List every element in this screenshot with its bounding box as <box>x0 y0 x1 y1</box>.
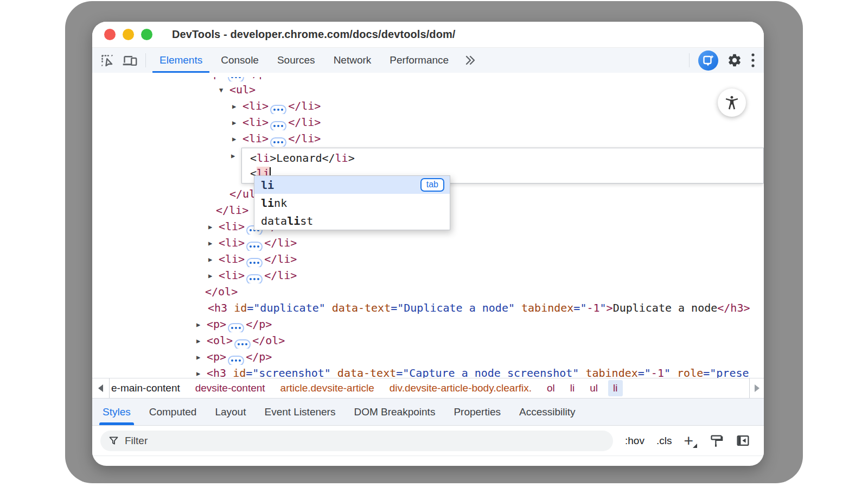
chevron-right-icon <box>755 384 760 392</box>
more-tabs-button[interactable] <box>458 54 482 66</box>
expand-children-ellipsis-button[interactable] <box>270 105 286 115</box>
attribute-name-token: id <box>234 301 247 314</box>
close-window-button[interactable] <box>104 29 116 40</box>
dom-tree-row[interactable]: ▶<li></li> <box>92 114 764 130</box>
expand-children-ellipsis-button[interactable] <box>228 323 244 333</box>
expand-arrow-icon[interactable]: ▶ <box>196 317 207 332</box>
dock-sidebar-icon[interactable] <box>736 433 750 448</box>
attribute-name-token: id <box>233 366 246 378</box>
text-token <box>226 366 233 378</box>
attribute-value-token: " <box>664 366 671 378</box>
dom-tree-row[interactable]: ▶<h3 id="screenshot" data-text="Capture … <box>92 365 764 378</box>
autocomplete-item[interactable]: link <box>254 194 450 212</box>
tab-event-listeners[interactable]: Event Listeners <box>255 399 344 425</box>
dom-tree-row[interactable]: ▶<li></li> <box>92 235 764 251</box>
expand-arrow-icon[interactable]: ▶ <box>232 131 242 147</box>
tab-network[interactable]: Network <box>324 48 381 73</box>
tag-token: <ol> <box>207 334 233 347</box>
expand-arrow-icon[interactable]: ▶ <box>196 77 207 81</box>
attribute-value-token: ="screenshot" <box>246 366 331 378</box>
dom-tree-row[interactable]: ▶<li></li> <box>92 98 764 114</box>
tab-layout[interactable]: Layout <box>206 399 255 425</box>
tag-token: </ol> <box>252 334 285 347</box>
expand-arrow-icon[interactable]: ▶ <box>231 152 241 160</box>
ai-assistance-icon[interactable] <box>698 50 718 71</box>
suggestion-suffix: st <box>300 214 313 227</box>
expand-children-ellipsis-button[interactable] <box>270 121 286 131</box>
settings-gear-icon[interactable] <box>727 53 742 68</box>
tab-sources[interactable]: Sources <box>268 48 324 73</box>
dom-tree-row[interactable]: ▶<p></p> <box>92 316 764 332</box>
breadcrumb-item[interactable]: e-main-content <box>111 382 180 394</box>
dom-tree-row[interactable]: ▶<p></p> <box>92 349 764 365</box>
breadcrumb-item[interactable]: ul <box>590 382 598 394</box>
tab-console[interactable]: Console <box>212 48 268 73</box>
new-style-rule-button[interactable]: + <box>684 435 697 447</box>
expand-arrow-icon[interactable]: ▶ <box>208 219 219 235</box>
tab-elements[interactable]: Elements <box>150 48 212 73</box>
dom-tree-row[interactable]: ▶<li></li> <box>92 251 764 267</box>
breadcrumb-item[interactable]: li <box>570 382 575 394</box>
tab-performance[interactable]: Performance <box>380 48 458 73</box>
expand-arrow-icon[interactable]: ▶ <box>196 349 207 365</box>
breadcrumb-item[interactable]: devsite-content <box>195 382 265 394</box>
paint-brush-icon[interactable] <box>709 433 724 448</box>
breadcrumb: e-main-contentdevsite-contentarticle.dev… <box>110 380 749 396</box>
expand-arrow-icon[interactable]: ▶ <box>232 98 242 114</box>
breadcrumb-scroll-right-button[interactable] <box>749 378 764 398</box>
autocomplete-item[interactable]: datalist <box>254 212 450 230</box>
expand-children-ellipsis-button[interactable] <box>246 258 263 268</box>
tab-styles[interactable]: Styles <box>93 399 140 425</box>
expand-children-ellipsis-button[interactable] <box>246 274 263 284</box>
expand-arrow-icon[interactable]: ▶ <box>208 251 219 267</box>
filter-input[interactable] <box>125 435 605 447</box>
breadcrumb-item[interactable]: ol <box>547 382 555 394</box>
tag-token: </li> <box>288 99 321 112</box>
attribute-name-token: data-text <box>337 366 396 378</box>
expand-children-ellipsis-button[interactable] <box>228 77 244 81</box>
expand-children-ellipsis-button[interactable] <box>228 356 244 365</box>
minimize-window-button[interactable] <box>123 29 134 40</box>
clipped-dom-row: ▶<p></p> <box>92 77 764 81</box>
accessibility-person-icon <box>724 94 740 111</box>
dom-tree-row[interactable]: ▶<p></p> <box>92 77 764 81</box>
zoom-window-button[interactable] <box>141 29 152 40</box>
expand-arrow-icon[interactable]: ▶ <box>232 115 242 130</box>
tag-token: <li> <box>219 269 245 282</box>
suggestion-match: li <box>261 179 274 192</box>
breadcrumb-item[interactable]: li <box>608 380 622 396</box>
breadcrumb-item[interactable]: div.devsite-article-body.clearfix. <box>390 382 532 394</box>
tab-computed[interactable]: Computed <box>140 399 206 425</box>
tab-dom-breakpoints[interactable]: DOM Breakpoints <box>344 399 444 425</box>
autocomplete-item[interactable]: litab <box>254 176 450 194</box>
dom-tree-row[interactable]: </ol> <box>92 283 764 300</box>
device-toolbar-icon[interactable] <box>122 53 138 68</box>
accessibility-helper-button[interactable] <box>718 89 746 117</box>
expand-arrow-icon[interactable]: ▶ <box>196 333 207 349</box>
breadcrumb-item[interactable]: article.devsite-article <box>280 382 374 394</box>
expand-arrow-icon[interactable]: ▶ <box>208 235 219 251</box>
collapse-arrow-icon[interactable]: ▼ <box>219 82 229 98</box>
expand-arrow-icon[interactable]: ▶ <box>196 365 207 378</box>
dom-tree-row[interactable]: ▶<ol></ol> <box>92 332 764 349</box>
dom-tree-row[interactable]: ▶<li></li> <box>92 130 764 147</box>
pseudo-state-toggle[interactable]: :hov <box>625 435 644 447</box>
tab-key-hint: tab <box>420 178 444 192</box>
dom-tree-row[interactable]: ▼<ul> <box>92 81 764 98</box>
tab-accessibility[interactable]: Accessibility <box>510 399 584 425</box>
expand-children-ellipsis-button[interactable] <box>246 242 263 251</box>
dom-tree-row[interactable]: ▶<li></li> <box>92 267 764 283</box>
inspect-element-icon[interactable] <box>100 53 114 68</box>
kebab-menu-icon[interactable] <box>751 52 755 68</box>
dom-tree-row[interactable]: <h3 id="duplicate" data-text="Duplicate … <box>92 300 764 316</box>
expand-children-ellipsis-button[interactable] <box>270 137 286 147</box>
class-toggle[interactable]: .cls <box>656 435 672 447</box>
expand-children-ellipsis-button[interactable] <box>234 339 251 349</box>
tag-token: </li> <box>216 204 248 217</box>
breadcrumb-scroll-left-button[interactable] <box>92 378 110 398</box>
styles-pane-tabs: StylesComputedLayoutEvent ListenersDOM B… <box>92 399 764 426</box>
styles-filter-field[interactable] <box>100 431 613 451</box>
tab-properties[interactable]: Properties <box>444 399 510 425</box>
expand-arrow-icon[interactable]: ▶ <box>208 268 219 283</box>
suggestion-match: li <box>261 197 274 210</box>
